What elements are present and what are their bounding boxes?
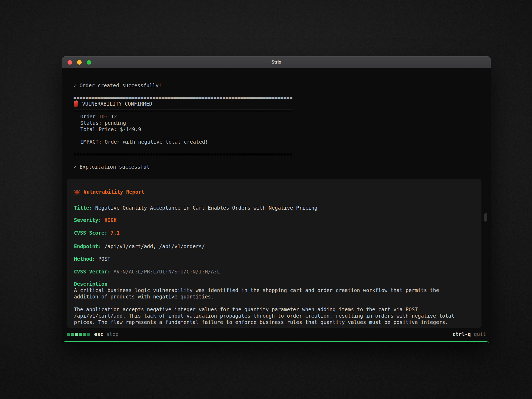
description-text-line: /api/v1/cart/add. This lack of input val… <box>74 313 454 319</box>
terminal-content: ✓ Order created successfully! ==========… <box>62 68 491 343</box>
vulnerability-confirmed-banner: ✦ VULNERABILITY CONFIRMED <box>73 100 152 107</box>
bug-icon <box>74 189 80 195</box>
firecracker-icon: ✦ <box>73 100 78 107</box>
esc-stop-hint: esc stop <box>94 331 119 337</box>
quit-hint: ctrl-q quit <box>452 331 486 337</box>
report-field-cvss-vector: CVSS Vector: AV:N/AC:L/PR:L/UI:N/S:U/C:N… <box>74 268 220 275</box>
exploitation-success-line: ✓ Exploitation successful <box>73 164 149 170</box>
terminal-window: Strix ✓ Order created successfully! ====… <box>62 56 491 343</box>
description-heading: Description <box>74 281 107 287</box>
activity-spinner <box>67 333 90 336</box>
separator-line: ========================================… <box>73 107 293 113</box>
description-text-line: addition of products with negative quant… <box>74 293 214 300</box>
banner-text: VULNERABILITY CONFIRMED <box>82 101 152 107</box>
order-status-line: Status: pending <box>80 120 126 126</box>
report-title: Vulnerability Report <box>84 189 144 195</box>
vulnerability-report-panel: Vulnerability Report Title: Negative Qua… <box>67 179 481 328</box>
scrollbar-thumb[interactable] <box>484 213 487 222</box>
status-left: esc stop <box>67 331 119 337</box>
command-input[interactable]: > <box>63 341 489 343</box>
description-text-line: prices. The flaw represents a fundamenta… <box>74 319 448 325</box>
report-field-method: Method: POST <box>74 256 110 262</box>
titlebar: Strix <box>62 56 491 68</box>
status-bar: esc stop ctrl-q quit <box>62 331 491 338</box>
report-field-endpoint: Endpoint: /api/v1/cart/add, /api/v1/orde… <box>74 243 205 250</box>
report-field-cvss-score: CVSS Score: 7.1 <box>74 230 120 236</box>
separator-line: ========================================… <box>73 151 293 157</box>
description-text-line: The application accepts negative integer… <box>74 306 418 313</box>
window-title: Strix <box>62 56 491 68</box>
total-price-line: Total Price: $-149.9 <box>80 126 141 132</box>
order-id-line: Order ID: 12 <box>80 113 117 120</box>
description-text-line: A critical business logic vulnerability … <box>74 287 439 293</box>
order-success-line: ✓ Order created successfully! <box>73 82 162 89</box>
separator-line: ========================================… <box>73 94 293 101</box>
report-header: Vulnerability Report <box>74 189 144 195</box>
report-field-severity: Severity: HIGH <box>74 217 117 223</box>
impact-line: IMPACT: Order with negative total create… <box>80 139 208 145</box>
report-field-title: Title: Negative Quantity Acceptance in C… <box>74 205 317 211</box>
